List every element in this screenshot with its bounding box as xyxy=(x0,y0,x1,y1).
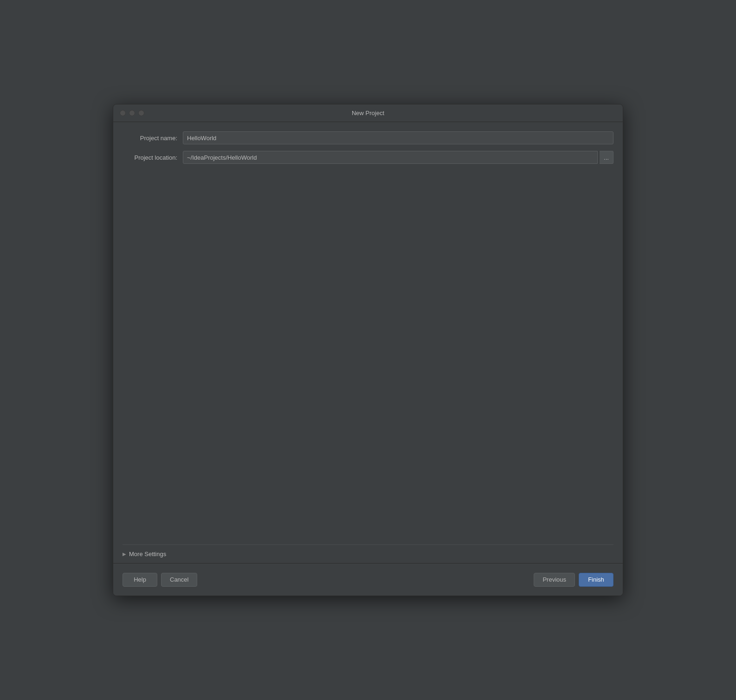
more-settings-toggle[interactable]: ▶ More Settings xyxy=(123,544,613,563)
help-button[interactable]: Help xyxy=(123,573,157,587)
bottom-bar: Help Cancel Previous Finish xyxy=(113,563,623,596)
traffic-lights xyxy=(120,110,144,116)
project-name-input[interactable] xyxy=(183,131,613,144)
cancel-button[interactable]: Cancel xyxy=(161,573,197,587)
minimize-button[interactable] xyxy=(129,110,135,116)
bottom-left-buttons: Help Cancel xyxy=(123,573,197,587)
bottom-right-buttons: Previous Finish xyxy=(534,573,613,587)
browse-button[interactable]: ... xyxy=(600,151,613,164)
window-title: New Project xyxy=(352,110,384,117)
finish-button[interactable]: Finish xyxy=(579,573,613,587)
titlebar: New Project xyxy=(113,104,623,122)
close-button[interactable] xyxy=(120,110,126,116)
project-location-label: Project location: xyxy=(123,154,183,161)
project-name-row: Project name: xyxy=(123,131,613,144)
form-area: Project name: Project location: ... ▶ Mo… xyxy=(123,131,613,563)
content-spacer xyxy=(123,170,613,544)
more-settings-arrow-icon: ▶ xyxy=(123,551,126,557)
dialog-content: Project name: Project location: ... ▶ Mo… xyxy=(113,122,623,563)
maximize-button[interactable] xyxy=(138,110,144,116)
project-location-row: Project location: ... xyxy=(123,151,613,164)
location-input-wrapper: ... xyxy=(183,151,613,164)
project-location-input[interactable] xyxy=(183,151,598,164)
new-project-dialog: New Project Project name: Project locati… xyxy=(113,104,623,596)
project-name-label: Project name: xyxy=(123,135,183,142)
more-settings-label: More Settings xyxy=(129,551,166,557)
previous-button[interactable]: Previous xyxy=(534,573,575,587)
